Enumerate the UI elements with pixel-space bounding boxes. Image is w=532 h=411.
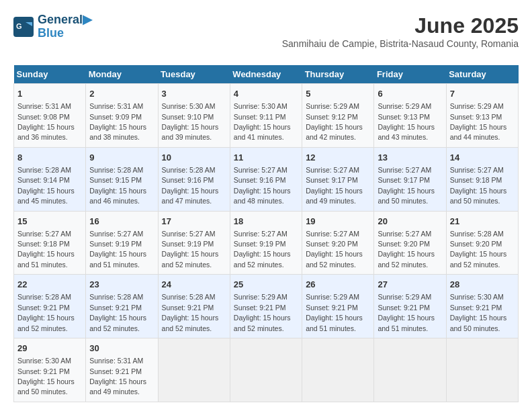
day-info: Sunrise: 5:27 AMSunset: 9:18 PMDaylight:… [450, 166, 507, 205]
cell-w4-d2: 24Sunrise: 5:28 AMSunset: 9:21 PMDayligh… [158, 275, 230, 338]
day-info: Sunrise: 5:28 AMSunset: 9:16 PMDaylight:… [162, 166, 219, 205]
day-info: Sunrise: 5:30 AMSunset: 9:10 PMDaylight:… [162, 102, 219, 141]
cell-w4-d1: 23Sunrise: 5:28 AMSunset: 9:21 PMDayligh… [86, 275, 158, 338]
day-number: 22 [17, 279, 82, 291]
day-info: Sunrise: 5:29 AMSunset: 9:13 PMDaylight:… [378, 102, 435, 141]
day-number: 14 [450, 152, 515, 164]
cell-w1-d6: 7Sunrise: 5:29 AMSunset: 9:13 PMDaylight… [446, 84, 518, 148]
day-info: Sunrise: 5:28 AMSunset: 9:15 PMDaylight:… [89, 166, 146, 205]
day-number: 10 [162, 152, 226, 164]
day-number: 20 [378, 216, 442, 228]
cell-w3-d4: 19Sunrise: 5:27 AMSunset: 9:20 PMDayligh… [302, 211, 374, 275]
day-number: 27 [378, 279, 442, 291]
header-friday: Friday [374, 65, 446, 84]
day-info: Sunrise: 5:31 AMSunset: 9:21 PMDaylight:… [89, 357, 146, 396]
cell-w2-d6: 14Sunrise: 5:27 AMSunset: 9:18 PMDayligh… [446, 147, 518, 211]
day-number: 16 [89, 216, 154, 228]
day-info: Sunrise: 5:27 AMSunset: 9:19 PMDaylight:… [162, 230, 219, 269]
day-number: 2 [89, 88, 154, 100]
day-info: Sunrise: 5:28 AMSunset: 9:20 PMDaylight:… [450, 230, 507, 269]
cell-w3-d6: 21Sunrise: 5:28 AMSunset: 9:20 PMDayligh… [446, 211, 518, 275]
day-info: Sunrise: 5:27 AMSunset: 9:18 PMDaylight:… [17, 230, 75, 269]
day-info: Sunrise: 5:29 AMSunset: 9:13 PMDaylight:… [450, 102, 507, 141]
header-tuesday: Tuesday [158, 65, 230, 84]
cell-w4-d0: 22Sunrise: 5:28 AMSunset: 9:21 PMDayligh… [14, 275, 86, 338]
logo-text: General▶ Blue [38, 13, 92, 40]
cell-w3-d3: 18Sunrise: 5:27 AMSunset: 9:19 PMDayligh… [230, 211, 302, 275]
cell-w1-d1: 2Sunrise: 5:31 AMSunset: 9:09 PMDaylight… [86, 84, 158, 148]
cell-w5-d4 [302, 338, 374, 402]
day-info: Sunrise: 5:28 AMSunset: 9:21 PMDaylight:… [17, 293, 75, 332]
day-number: 7 [450, 88, 515, 100]
day-number: 29 [17, 342, 82, 355]
header-row: Sunday Monday Tuesday Wednesday Thursday… [14, 65, 519, 84]
calendar-table: Sunday Monday Tuesday Wednesday Thursday… [13, 65, 519, 402]
title-section: June 2025 Sanmihaiu de Campie, Bistrita-… [282, 13, 519, 57]
day-number: 26 [306, 279, 370, 291]
day-number: 30 [89, 342, 154, 355]
header-wednesday: Wednesday [230, 65, 302, 84]
day-number: 17 [162, 216, 226, 228]
day-info: Sunrise: 5:31 AMSunset: 9:08 PMDaylight:… [17, 102, 75, 141]
cell-w5-d0: 29Sunrise: 5:30 AMSunset: 9:21 PMDayligh… [14, 338, 86, 402]
day-info: Sunrise: 5:27 AMSunset: 9:20 PMDaylight:… [306, 230, 363, 269]
day-number: 21 [450, 216, 515, 228]
cell-w5-d2 [158, 338, 230, 402]
day-info: Sunrise: 5:30 AMSunset: 9:21 PMDaylight:… [17, 357, 75, 396]
cell-w3-d0: 15Sunrise: 5:27 AMSunset: 9:18 PMDayligh… [14, 211, 86, 275]
cell-w1-d5: 6Sunrise: 5:29 AMSunset: 9:13 PMDaylight… [374, 84, 446, 148]
day-number: 5 [306, 88, 370, 100]
cell-w4-d3: 25Sunrise: 5:29 AMSunset: 9:21 PMDayligh… [230, 275, 302, 338]
day-number: 25 [234, 279, 298, 291]
cell-w1-d3: 4Sunrise: 5:30 AMSunset: 9:11 PMDaylight… [230, 84, 302, 148]
day-info: Sunrise: 5:28 AMSunset: 9:14 PMDaylight:… [17, 166, 75, 205]
cell-w5-d6 [446, 338, 518, 402]
day-info: Sunrise: 5:27 AMSunset: 9:17 PMDaylight:… [306, 166, 363, 205]
cell-w5-d1: 30Sunrise: 5:31 AMSunset: 9:21 PMDayligh… [86, 338, 158, 402]
day-info: Sunrise: 5:30 AMSunset: 9:21 PMDaylight:… [450, 293, 507, 332]
logo-icon: G [13, 17, 34, 37]
day-info: Sunrise: 5:27 AMSunset: 9:16 PMDaylight:… [234, 166, 291, 205]
cell-w5-d5 [374, 338, 446, 402]
day-info: Sunrise: 5:29 AMSunset: 9:12 PMDaylight:… [306, 102, 363, 141]
day-number: 23 [89, 279, 154, 291]
cell-w2-d2: 10Sunrise: 5:28 AMSunset: 9:16 PMDayligh… [158, 147, 230, 211]
day-number: 15 [17, 216, 82, 228]
day-info: Sunrise: 5:28 AMSunset: 9:21 PMDaylight:… [89, 293, 146, 332]
cell-w2-d5: 13Sunrise: 5:27 AMSunset: 9:17 PMDayligh… [374, 147, 446, 211]
cell-w2-d4: 12Sunrise: 5:27 AMSunset: 9:17 PMDayligh… [302, 147, 374, 211]
day-info: Sunrise: 5:29 AMSunset: 9:21 PMDaylight:… [234, 293, 291, 332]
day-number: 8 [17, 152, 82, 164]
day-info: Sunrise: 5:27 AMSunset: 9:20 PMDaylight:… [378, 230, 435, 269]
header-saturday: Saturday [446, 65, 518, 84]
day-info: Sunrise: 5:27 AMSunset: 9:19 PMDaylight:… [234, 230, 291, 269]
day-info: Sunrise: 5:28 AMSunset: 9:21 PMDaylight:… [162, 293, 219, 332]
cell-w3-d5: 20Sunrise: 5:27 AMSunset: 9:20 PMDayligh… [374, 211, 446, 275]
week-row-2: 8Sunrise: 5:28 AMSunset: 9:14 PMDaylight… [14, 147, 519, 211]
day-number: 18 [234, 216, 298, 228]
logo: G General▶ Blue [13, 13, 92, 40]
cell-w1-d4: 5Sunrise: 5:29 AMSunset: 9:12 PMDaylight… [302, 84, 374, 148]
week-row-4: 22Sunrise: 5:28 AMSunset: 9:21 PMDayligh… [14, 275, 519, 338]
cell-w2-d3: 11Sunrise: 5:27 AMSunset: 9:16 PMDayligh… [230, 147, 302, 211]
day-info: Sunrise: 5:27 AMSunset: 9:19 PMDaylight:… [89, 230, 146, 269]
day-info: Sunrise: 5:27 AMSunset: 9:17 PMDaylight:… [378, 166, 435, 205]
svg-text:G: G [16, 22, 22, 30]
day-number: 19 [306, 216, 370, 228]
week-row-3: 15Sunrise: 5:27 AMSunset: 9:18 PMDayligh… [14, 211, 519, 275]
week-row-5: 29Sunrise: 5:30 AMSunset: 9:21 PMDayligh… [14, 338, 519, 402]
day-info: Sunrise: 5:29 AMSunset: 9:21 PMDaylight:… [378, 293, 435, 332]
day-number: 12 [306, 152, 370, 164]
cell-w5-d3 [230, 338, 302, 402]
day-number: 6 [378, 88, 442, 100]
header-thursday: Thursday [302, 65, 374, 84]
day-number: 4 [234, 88, 298, 100]
cell-w4-d4: 26Sunrise: 5:29 AMSunset: 9:21 PMDayligh… [302, 275, 374, 338]
day-info: Sunrise: 5:29 AMSunset: 9:21 PMDaylight:… [306, 293, 363, 332]
cell-w3-d2: 17Sunrise: 5:27 AMSunset: 9:19 PMDayligh… [158, 211, 230, 275]
calendar-subtitle: Sanmihaiu de Campie, Bistrita-Nasaud Cou… [282, 38, 519, 49]
day-number: 28 [450, 279, 515, 291]
day-number: 13 [378, 152, 442, 164]
cell-w4-d5: 27Sunrise: 5:29 AMSunset: 9:21 PMDayligh… [374, 275, 446, 338]
cell-w2-d0: 8Sunrise: 5:28 AMSunset: 9:14 PMDaylight… [14, 147, 86, 211]
